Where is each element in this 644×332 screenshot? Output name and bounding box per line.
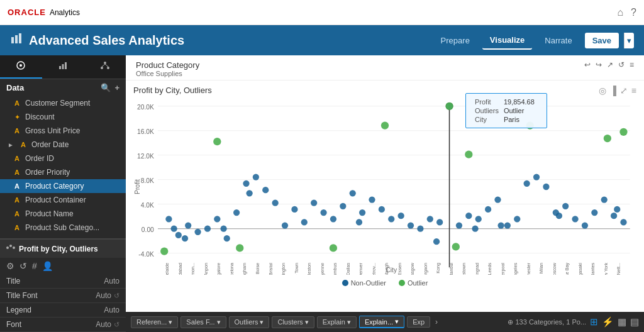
svg-point-53 — [359, 209, 365, 216]
svg-text:Nagasaki: Nagasaki — [578, 263, 583, 275]
data-item-gross-unit-price[interactable]: A Gross Unit Price — [0, 124, 126, 138]
explain-active-btn[interactable]: Explain... ▾ — [359, 316, 404, 328]
svg-point-55 — [379, 206, 385, 213]
legend-non-outlier: Non-Outlier — [342, 279, 386, 287]
home-icon[interactable]: ⌂ — [617, 7, 623, 18]
svg-text:Cape Town: Cape Town — [294, 263, 299, 275]
svg-point-4 — [19, 64, 22, 67]
lightning-icon[interactable]: ⚡ — [602, 316, 614, 328]
svg-point-78 — [601, 196, 608, 202]
gear-tool-icon[interactable]: ⚙ — [6, 261, 14, 271]
svg-point-90 — [614, 206, 620, 213]
explain-active-dropdown-icon: ▾ — [395, 318, 399, 326]
expand-icon[interactable]: ⤢ — [620, 86, 628, 96]
clusters-btn[interactable]: Clusters ▾ — [272, 316, 314, 328]
expand-icon: ► — [6, 141, 15, 148]
svg-text:Manchester: Manchester — [526, 262, 531, 275]
legend-outlier: Outlier — [399, 279, 428, 287]
share-icon[interactable]: ↗ — [607, 60, 613, 69]
clusters-label: Clusters — [277, 318, 303, 326]
sidebar-add-icon[interactable]: + — [114, 83, 119, 92]
tooltip-city-value: Paris — [501, 115, 537, 124]
svg-text:Adelaide: Adelaide — [165, 263, 170, 275]
grid-tool-icon[interactable]: # — [32, 261, 37, 271]
svg-text:-4.0K: -4.0K — [138, 251, 154, 258]
svg-text:Almon...: Almon... — [191, 263, 196, 275]
svg-text:Nett...: Nett... — [616, 263, 621, 275]
section-tools: ⚙ ↺ # 👤 — [0, 258, 126, 274]
refresh-chart-icon[interactable]: ↺ — [618, 60, 625, 69]
svg-rect-5 — [59, 66, 61, 69]
svg-text:Dallas: Dallas — [346, 263, 351, 275]
outliers-btn[interactable]: Outliers ▾ — [229, 316, 270, 328]
svg-point-14 — [9, 245, 12, 247]
data-item-product-container[interactable]: A Product Container — [0, 193, 126, 207]
nav-arrow-next[interactable]: › — [435, 318, 438, 326]
bar-chart-icon[interactable]: ▐ — [610, 86, 616, 96]
svg-rect-1 — [15, 35, 18, 43]
data-item-order-priority[interactable]: A Order Priority — [0, 165, 126, 179]
svg-point-54 — [369, 196, 375, 202]
refresh-icon-2[interactable]: ↺ — [114, 321, 119, 329]
svg-point-38 — [214, 216, 220, 222]
table-view-icon[interactable]: ▦ — [618, 316, 626, 328]
help-icon[interactable]: ? — [631, 7, 636, 18]
person-tool-icon[interactable]: 👤 — [42, 261, 53, 271]
svg-text:Jamestown: Jamestown — [462, 263, 467, 275]
svg-text:Anpon: Anpon — [204, 263, 209, 275]
sidebar: Data 🔍 + A Customer Segment ✦ Discount A… — [0, 55, 126, 332]
save-button[interactable]: Save — [585, 33, 619, 48]
referen-btn[interactable]: Referen... ▾ — [131, 316, 178, 328]
redo-icon[interactable]: ↪ — [596, 60, 602, 69]
sidebar-tab-visualize[interactable] — [42, 55, 84, 79]
grid-view-icon[interactable]: ⊞ — [590, 316, 598, 328]
svg-text:Birmingham: Birmingham — [242, 263, 247, 275]
svg-point-74 — [562, 203, 569, 209]
visualize-nav-btn[interactable]: Visualize — [482, 31, 532, 50]
tooltip-city-label: City — [472, 115, 501, 124]
item-label: Discount — [25, 113, 55, 121]
sales-f-btn[interactable]: Sales F... ▾ — [180, 316, 226, 328]
prepare-nav-btn[interactable]: Prepare — [433, 32, 477, 49]
menu-icon[interactable]: ≡ — [630, 60, 634, 69]
svg-text:Moscow: Moscow — [552, 262, 557, 275]
prop-value-title: Auto — [104, 277, 119, 285]
legend-label-outlier: Outlier — [408, 279, 428, 287]
item-label: Product Container — [25, 196, 86, 204]
svg-text:Boise: Boise — [255, 263, 260, 274]
svg-point-68 — [504, 222, 511, 228]
svg-text:Milan: Milan — [539, 263, 544, 274]
sidebar-tab-network[interactable] — [84, 55, 126, 79]
refresh-icon[interactable]: ↺ — [114, 292, 119, 300]
data-item-order-date[interactable]: ► A Order Date — [0, 138, 126, 152]
item-label: Product Category — [25, 182, 84, 191]
data-item-product-category[interactable]: A Product Category — [0, 179, 126, 193]
svg-line-12 — [105, 64, 108, 67]
sidebar-search-icon[interactable]: 🔍 — [101, 83, 111, 92]
svg-point-50 — [330, 216, 336, 222]
chart-header-icons: ↩ ↪ ↗ ↺ ≡ — [584, 60, 634, 69]
categories-label: ⊕ 133 Categories, 1 Po... — [508, 318, 586, 326]
prop-value-legend: Auto — [104, 306, 119, 314]
data-item-product-name[interactable]: A Product Name — [0, 207, 126, 221]
chart-menu-icon[interactable]: ≡ — [631, 86, 636, 96]
chart-legend: Non-Outlier Outlier — [133, 277, 636, 289]
save-dropdown-button[interactable]: ▾ — [624, 33, 634, 48]
data-item-discount[interactable]: ✦ Discount — [0, 110, 126, 124]
link-tool-icon[interactable]: ↺ — [19, 261, 27, 271]
chart-tooltip: Profit 19,854.68 Outliers Outlier City P… — [465, 93, 547, 128]
outliers-dropdown-icon: ▾ — [260, 318, 264, 326]
svg-point-8 — [104, 62, 106, 64]
data-item-product-sub-category[interactable]: A Product Sub Catego... — [0, 221, 126, 235]
sidebar-tab-data[interactable] — [0, 55, 42, 79]
detail-view-icon[interactable]: ▤ — [630, 316, 639, 328]
target-icon[interactable]: ◎ — [599, 86, 606, 96]
data-item-customer-segment[interactable]: A Customer Segment — [0, 96, 126, 110]
exp-btn[interactable]: Exp — [407, 316, 430, 328]
explain-btn[interactable]: Explain ▾ — [317, 316, 357, 328]
undo-icon[interactable]: ↩ — [584, 60, 591, 69]
narrate-nav-btn[interactable]: Narrate — [537, 32, 579, 49]
svg-point-88 — [497, 222, 504, 228]
sales-f-dropdown-icon: ▾ — [217, 318, 221, 326]
data-item-order-id[interactable]: A Order ID — [0, 152, 126, 165]
